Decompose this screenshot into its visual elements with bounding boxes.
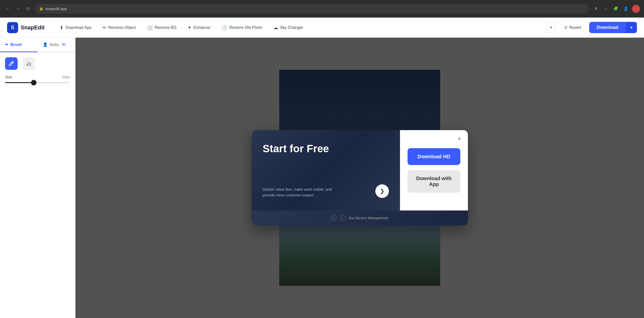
forward-button[interactable]: → <box>14 5 22 13</box>
download-dropdown-button[interactable]: ▾ <box>626 22 637 33</box>
restore-label: Restore Old Photo <box>229 25 262 30</box>
revert-label: Revert <box>569 25 581 30</box>
modal-ad-content: Deliver value fast, make work visible, a… <box>263 184 389 198</box>
modal-overlay: × Start for Free Deliver value fast, mak… <box>75 38 644 318</box>
size-label-row: Size 50px <box>5 75 70 79</box>
download-main-button[interactable]: Download <box>589 22 626 33</box>
bookmark-icon[interactable]: ☆ <box>602 5 610 13</box>
ad-close-button[interactable]: × <box>331 215 337 221</box>
modal-close-button[interactable]: × <box>455 134 464 143</box>
modal-ad-arrow-button[interactable]: ❯ <box>375 184 389 198</box>
lock-icon: 🔒 <box>39 7 43 11</box>
remove-bg-icon: ⬜ <box>147 25 153 30</box>
modal-ad-banner: × i Jira Service Management <box>252 210 468 226</box>
remove-object-label: Remove Object <box>108 25 136 30</box>
nav-right: + ↺ Revert Download ▾ <box>546 22 637 33</box>
reload-button[interactable]: ↻ <box>24 5 32 13</box>
back-button[interactable]: ← <box>4 5 12 13</box>
canvas-area: × Start for Free Deliver value fast, mak… <box>75 38 644 318</box>
nav-sky-changer[interactable]: ☁ Sky Changer <box>268 22 308 33</box>
ad-info-icon: i <box>342 216 343 220</box>
download-button-group: Download ▾ <box>589 22 637 33</box>
logo-icon: S <box>7 22 18 33</box>
auto-icon: 👤 <box>43 42 48 47</box>
ai-badge: AI <box>61 43 66 46</box>
brush-tool-button[interactable] <box>5 57 18 70</box>
auto-label: Auto <box>50 42 59 47</box>
modal-body: Start for Free Deliver value fast, make … <box>252 130 468 210</box>
url-text: snapedit.app <box>45 7 67 11</box>
download-app-label: Download App <box>65 25 91 30</box>
logo: S SnapEdit <box>7 22 45 33</box>
ad-source-text: Jira Service Management <box>348 216 388 220</box>
nav-remove-object[interactable]: ✏ Remove Object <box>98 22 141 33</box>
tab-brush[interactable]: ✒ Brush <box>0 38 38 52</box>
ad-close-icon: × <box>333 216 335 220</box>
browser-actions: ⬆ ☆ 🧩 👤 <box>592 5 640 13</box>
slider-fill <box>5 82 34 83</box>
download-app-icon: ⬇ <box>60 25 63 30</box>
sidebar-tools <box>0 52 75 75</box>
sky-changer-label: Sky Changer <box>280 25 303 30</box>
size-value: 50px <box>62 75 70 79</box>
brush-label: Brush <box>10 42 22 47</box>
revert-icon: ↺ <box>564 25 567 30</box>
slider-thumb[interactable] <box>31 80 36 85</box>
add-button[interactable]: + <box>546 23 556 32</box>
app-container: S SnapEdit ⬇ Download App ✏ Remove Objec… <box>0 18 644 318</box>
download-with-app-button[interactable]: Download with App <box>408 170 460 193</box>
sidebar-tabs: ✒ Brush 👤 Auto AI <box>0 38 75 52</box>
size-text: Size <box>5 75 12 79</box>
modal: × Start for Free Deliver value fast, mak… <box>252 130 468 226</box>
download-hd-button[interactable]: Download HD <box>408 148 460 165</box>
profile-icon[interactable]: 👤 <box>622 5 630 13</box>
ad-info-button[interactable]: i <box>340 215 345 221</box>
enhancer-icon: ✦ <box>188 25 191 30</box>
enhancer-label: Enhancer <box>193 25 211 30</box>
revert-button[interactable]: ↺ Revert <box>559 23 586 32</box>
size-control: Size 50px <box>0 75 75 88</box>
main-content: ✒ Brush 👤 Auto AI <box>0 38 644 318</box>
modal-ad-panel: Start for Free Deliver value fast, make … <box>252 130 400 210</box>
sidebar: ✒ Brush 👤 Auto AI <box>0 38 75 318</box>
browser-chrome: ← → ↻ 🔒 snapedit.app ⬆ ☆ 🧩 👤 <box>0 0 644 18</box>
size-slider-track[interactable] <box>5 82 70 83</box>
address-bar[interactable]: 🔒 snapedit.app <box>35 4 589 14</box>
brush-icon: ✒ <box>5 42 8 47</box>
nav-download-app[interactable]: ⬇ Download App <box>55 22 96 33</box>
sky-changer-icon: ☁ <box>273 25 278 30</box>
avatar[interactable] <box>632 5 640 13</box>
browser-nav-buttons: ← → ↻ <box>4 5 32 13</box>
nav-enhancer[interactable]: ✦ Enhancer <box>183 22 216 33</box>
share-icon[interactable]: ⬆ <box>592 5 600 13</box>
remove-object-icon: ✏ <box>103 25 106 30</box>
remove-bg-label: Remove BG <box>155 25 177 30</box>
nav-remove-bg[interactable]: ⬜ Remove BG <box>142 22 182 33</box>
nav-tools: ⬇ Download App ✏ Remove Object ⬜ Remove … <box>55 22 546 33</box>
eraser-tool-button[interactable] <box>23 57 35 70</box>
logo-text: SnapEdit <box>21 24 45 31</box>
modal-ad-description: Deliver value fast, make work visible, a… <box>263 187 333 198</box>
extensions-icon[interactable]: 🧩 <box>612 5 620 13</box>
restore-icon: 🕒 <box>222 25 227 30</box>
arrow-right-icon: ❯ <box>380 188 384 194</box>
nav-restore-old-photo[interactable]: 🕒 Restore Old Photo <box>217 22 267 33</box>
modal-ad-title: Start for Free <box>263 143 389 155</box>
close-icon: × <box>458 136 461 142</box>
navbar: S SnapEdit ⬇ Download App ✏ Remove Objec… <box>0 18 644 38</box>
tab-auto[interactable]: 👤 Auto AI <box>38 38 75 52</box>
